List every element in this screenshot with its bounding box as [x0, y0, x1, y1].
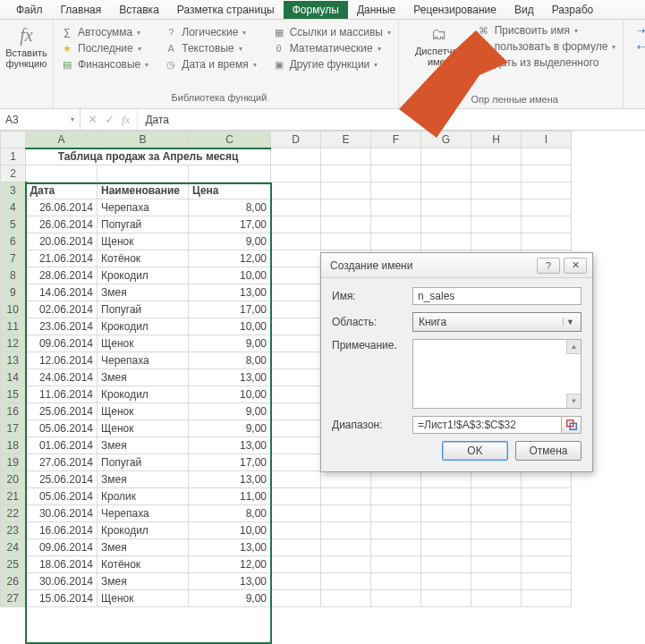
cell[interactable]: 18.06.2014: [26, 556, 98, 573]
cell[interactable]: [271, 182, 321, 199]
range-picker-button[interactable]: [562, 416, 581, 434]
cell[interactable]: [522, 505, 572, 522]
cell[interactable]: 10,00: [189, 522, 271, 539]
range-input[interactable]: =Лист1!$A$3:$C$32: [412, 416, 562, 434]
cell[interactable]: Черепаха: [98, 352, 189, 369]
row-header[interactable]: 24: [1, 539, 26, 556]
cell[interactable]: 05.06.2014: [26, 420, 98, 437]
cell[interactable]: [271, 403, 321, 420]
cell[interactable]: Дата: [26, 182, 98, 199]
cell[interactable]: Черепаха: [98, 505, 189, 522]
cell[interactable]: [371, 216, 421, 233]
cell[interactable]: 8,00: [189, 199, 271, 216]
cell[interactable]: [321, 573, 371, 590]
cell[interactable]: [522, 573, 572, 590]
cell[interactable]: 14.06.2014: [26, 284, 98, 301]
cell[interactable]: [271, 590, 321, 607]
cell[interactable]: Попугай: [98, 454, 189, 471]
cancel-button[interactable]: Отмена: [515, 441, 581, 461]
cell[interactable]: [271, 369, 321, 386]
cell[interactable]: Щенок: [98, 335, 189, 352]
cell[interactable]: Черепаха: [98, 199, 189, 216]
row-header[interactable]: 6: [1, 233, 26, 250]
cell[interactable]: 8,00: [189, 505, 271, 522]
row-header[interactable]: 25: [1, 556, 26, 573]
cell[interactable]: Попугай: [98, 216, 189, 233]
cell[interactable]: 30.06.2014: [26, 505, 98, 522]
cell[interactable]: Крокодил: [98, 267, 189, 284]
row-header[interactable]: 11: [1, 318, 26, 335]
ok-button[interactable]: OK: [442, 441, 508, 461]
cancel-entry-icon[interactable]: ✕: [88, 113, 98, 126]
cell[interactable]: [271, 573, 321, 590]
cell[interactable]: [471, 165, 522, 182]
column-header[interactable]: D: [271, 131, 321, 148]
cell[interactable]: [522, 590, 572, 607]
cell[interactable]: Щенок: [98, 590, 189, 607]
menu-tab-разрабо[interactable]: Разрабо: [543, 1, 603, 19]
cell[interactable]: 10,00: [189, 318, 271, 335]
cell[interactable]: [371, 556, 421, 573]
cell[interactable]: Кролик: [98, 488, 189, 505]
cell[interactable]: [321, 556, 371, 573]
row-header[interactable]: 15: [1, 386, 26, 403]
cell[interactable]: Щенок: [98, 233, 189, 250]
cell[interactable]: [471, 471, 522, 488]
cell[interactable]: [471, 505, 522, 522]
dropdown-icon[interactable]: ▾: [71, 115, 74, 123]
cell[interactable]: [371, 505, 421, 522]
cell[interactable]: [421, 233, 471, 250]
cell[interactable]: [522, 522, 572, 539]
cell[interactable]: 17,00: [189, 301, 271, 318]
trace-dependents-button[interactable]: ⇠Зав: [632, 39, 645, 54]
cell[interactable]: [471, 488, 522, 505]
cell[interactable]: 11.06.2014: [26, 386, 98, 403]
cell[interactable]: [271, 148, 321, 165]
sheet-title[interactable]: Таблица продаж за Апрель месяц: [26, 148, 271, 165]
cell[interactable]: [271, 352, 321, 369]
cell[interactable]: [371, 488, 421, 505]
cell[interactable]: 9,00: [189, 335, 271, 352]
cell[interactable]: [471, 539, 522, 556]
cell[interactable]: 13,00: [189, 284, 271, 301]
column-header[interactable]: I: [522, 131, 572, 148]
cell[interactable]: [421, 148, 471, 165]
column-header[interactable]: G: [421, 131, 471, 148]
cell[interactable]: [421, 522, 471, 539]
row-header[interactable]: 7: [1, 250, 26, 267]
row-header[interactable]: 20: [1, 471, 26, 488]
cell[interactable]: [471, 233, 522, 250]
row-header[interactable]: 18: [1, 437, 26, 454]
cell[interactable]: [522, 539, 572, 556]
cell[interactable]: [471, 590, 522, 607]
cell[interactable]: Крокодил: [98, 386, 189, 403]
cell[interactable]: [421, 216, 471, 233]
cell[interactable]: [321, 522, 371, 539]
cell[interactable]: 30.06.2014: [26, 573, 98, 590]
cell[interactable]: [271, 505, 321, 522]
cell[interactable]: 20.06.2014: [26, 233, 98, 250]
cell[interactable]: Щенок: [98, 403, 189, 420]
cell[interactable]: [98, 165, 189, 182]
cell[interactable]: [522, 148, 572, 165]
cell[interactable]: [471, 556, 522, 573]
cell[interactable]: [522, 556, 572, 573]
cell[interactable]: [321, 539, 371, 556]
cell[interactable]: [271, 216, 321, 233]
row-header[interactable]: 10: [1, 301, 26, 318]
cell[interactable]: 25.06.2014: [26, 403, 98, 420]
cell[interactable]: 12,00: [189, 556, 271, 573]
row-header[interactable]: 19: [1, 454, 26, 471]
cell[interactable]: [522, 488, 572, 505]
cell[interactable]: 9,00: [189, 590, 271, 607]
cell[interactable]: [271, 471, 321, 488]
name-input[interactable]: n_sales: [412, 287, 581, 305]
cell[interactable]: 17,00: [189, 454, 271, 471]
cell[interactable]: 13,00: [189, 539, 271, 556]
cell[interactable]: Щенок: [98, 420, 189, 437]
cell[interactable]: [522, 165, 572, 182]
row-header[interactable]: 23: [1, 522, 26, 539]
row-header[interactable]: 17: [1, 420, 26, 437]
cell[interactable]: 13,00: [189, 471, 271, 488]
more-fns-button[interactable]: ▣Другие функции▾: [271, 57, 393, 72]
